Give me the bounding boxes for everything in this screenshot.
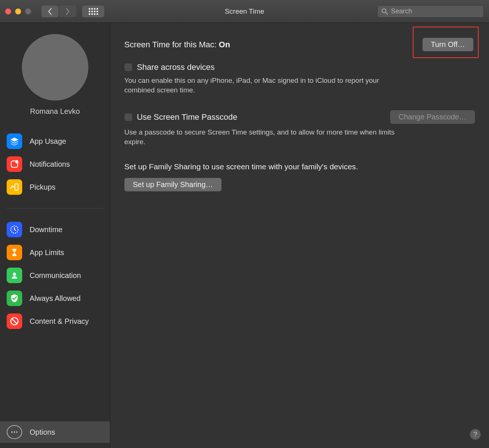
sidebar-item-label: App Limits — [30, 248, 64, 257]
setup-family-sharing-button[interactable]: Set up Family Sharing… — [124, 178, 222, 191]
window-controls — [5, 9, 31, 14]
bell-badge-icon — [7, 156, 22, 172]
search-input[interactable] — [391, 7, 480, 15]
fullscreen-window-button — [25, 9, 31, 14]
sidebar-item-label: Pickups — [30, 183, 55, 191]
search-field[interactable] — [377, 5, 484, 18]
sidebar-item-label: Options — [30, 428, 55, 437]
options-icon — [7, 425, 22, 439]
use-passcode-label: Use Screen Time Passcode — [137, 112, 237, 122]
sidebar-group-limits: Downtime App Limits Communication Always… — [0, 214, 110, 336]
sidebar-item-label: Always Allowed — [30, 294, 81, 303]
username-label: Romana Levko — [0, 107, 110, 116]
forward-button — [59, 6, 76, 17]
svg-line-8 — [12, 319, 17, 324]
sidebar: Romana Levko App Usage Notifications Pic… — [0, 23, 110, 448]
sidebar-item-communication[interactable]: Communication — [7, 264, 103, 287]
sidebar-group-usage: App Usage Notifications Pickups — [0, 126, 110, 202]
use-passcode-checkbox[interactable] — [124, 113, 132, 121]
no-entry-icon — [7, 313, 22, 329]
minimize-window-button[interactable] — [15, 9, 21, 14]
help-button[interactable]: ? — [470, 429, 481, 440]
search-icon — [381, 8, 388, 15]
svg-point-0 — [382, 9, 386, 13]
titlebar: Screen Time — [0, 0, 489, 23]
sidebar-item-label: Downtime — [30, 225, 63, 234]
share-across-devices-label: Share across devices — [137, 62, 215, 72]
sidebar-item-downtime[interactable]: Downtime — [7, 218, 103, 241]
sidebar-item-pickups[interactable]: Pickups — [7, 176, 103, 198]
nav-buttons — [41, 6, 76, 17]
change-passcode-button: Change Passcode… — [390, 110, 475, 124]
svg-point-3 — [15, 160, 18, 163]
show-all-prefs-button[interactable] — [82, 6, 104, 17]
turn-off-button[interactable]: Turn Off… — [422, 38, 473, 51]
sidebar-item-label: Communication — [30, 271, 81, 280]
layers-icon — [7, 133, 22, 149]
main-panel: Screen Time for this Mac: On Turn Off… S… — [110, 23, 489, 448]
pickups-icon — [7, 179, 22, 195]
avatar — [22, 34, 88, 101]
sidebar-item-label: Notifications — [30, 160, 70, 169]
sidebar-item-label: App Usage — [30, 137, 66, 146]
chevron-left-icon — [47, 8, 53, 15]
svg-rect-4 — [15, 184, 18, 190]
person-bubble-icon — [7, 268, 22, 283]
sidebar-item-always-allowed[interactable]: Always Allowed — [7, 287, 103, 310]
clock-stripe-icon — [7, 222, 22, 237]
grid-icon — [89, 8, 98, 15]
svg-point-9 — [11, 431, 13, 433]
sidebar-item-label: Content & Privacy — [30, 317, 89, 326]
screen-time-status-heading: Screen Time for this Mac: On — [124, 40, 230, 50]
divider — [7, 208, 103, 208]
heading-prefix: Screen Time for this Mac: — [124, 40, 219, 49]
share-across-devices-desc: You can enable this on any iPhone, iPad,… — [124, 76, 398, 95]
use-passcode-desc: Use a passcode to secure Screen Time set… — [124, 128, 398, 146]
svg-point-10 — [14, 431, 15, 433]
back-button[interactable] — [41, 6, 58, 17]
svg-point-11 — [16, 431, 17, 433]
sidebar-item-notifications[interactable]: Notifications — [7, 153, 103, 176]
shield-check-icon — [7, 291, 22, 306]
family-sharing-desc: Set up Family Sharing to use screen time… — [124, 162, 475, 171]
sidebar-item-app-limits[interactable]: App Limits — [7, 241, 103, 264]
sidebar-item-app-usage[interactable]: App Usage — [7, 130, 103, 153]
close-window-button[interactable] — [5, 9, 11, 14]
share-across-devices-checkbox[interactable] — [124, 63, 132, 71]
svg-line-1 — [386, 12, 388, 14]
question-mark-icon: ? — [473, 431, 477, 438]
sidebar-item-options[interactable]: Options — [0, 421, 110, 443]
sidebar-item-content-privacy[interactable]: Content & Privacy — [7, 310, 103, 333]
chevron-right-icon — [65, 8, 70, 15]
svg-point-6 — [13, 272, 16, 276]
hourglass-icon — [7, 245, 22, 260]
heading-state: On — [219, 40, 230, 49]
